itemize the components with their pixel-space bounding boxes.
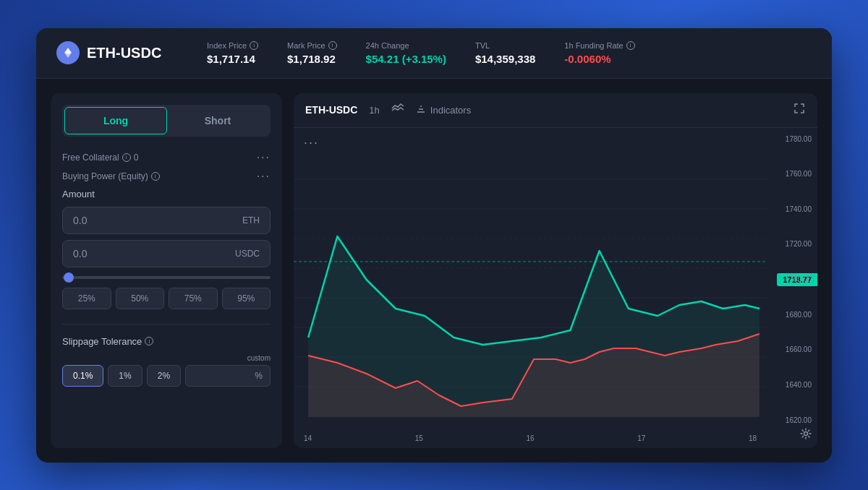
chart-type-icon[interactable]	[391, 103, 404, 116]
usdc-input-wrap: USDC	[62, 240, 271, 267]
chart-settings-icon[interactable]	[800, 428, 812, 442]
x-label-17: 17	[637, 434, 645, 442]
funding-info-icon[interactable]: i	[626, 41, 635, 50]
header-stats: Index Price i $1,717.14 Mark Price i $1,…	[207, 41, 812, 65]
free-collateral-info-icon[interactable]: i	[122, 153, 131, 162]
pct-25-button[interactable]: 25%	[62, 288, 111, 309]
indicators-button[interactable]: Indicators	[416, 105, 471, 116]
x-label-15: 15	[415, 434, 423, 442]
slip-01-button[interactable]: 0.1%	[62, 365, 103, 387]
chart-header: ETH-USDC 1h Indicators	[294, 93, 817, 128]
buying-power-menu[interactable]: ···	[257, 170, 271, 183]
y-label-1760: 1760.00	[773, 170, 812, 178]
slip-2-button[interactable]: 2%	[147, 365, 181, 387]
percent-buttons: 25% 50% 75% 95%	[62, 288, 271, 309]
pct-95-button[interactable]: 95%	[222, 288, 271, 309]
slippage-custom-note: custom	[62, 354, 271, 362]
chart-options-dots[interactable]: ···	[304, 135, 319, 150]
price-chart	[294, 150, 767, 417]
y-label-1720: 1720.00	[773, 240, 812, 248]
free-collateral-value: 0	[134, 152, 139, 163]
mark-price-stat: Mark Price i $1,718.92	[287, 41, 337, 65]
x-label-16: 16	[526, 434, 534, 442]
indicators-label: Indicators	[430, 105, 471, 116]
slip-custom-input[interactable]: %	[185, 365, 271, 387]
svg-point-16	[804, 431, 808, 435]
mark-price-info-icon[interactable]: i	[328, 41, 337, 50]
free-collateral-row: Free Collateral i 0 ···	[62, 151, 271, 164]
index-price-label: Index Price i	[207, 41, 258, 50]
chart-pair: ETH-USDC	[305, 104, 357, 116]
x-axis: 14 15 16 17 18	[294, 431, 817, 448]
slippage-info-icon[interactable]: i	[145, 337, 153, 345]
chart-timeframe[interactable]: 1h	[369, 105, 379, 116]
x-label-14: 14	[304, 434, 312, 442]
eth-currency: ETH	[242, 215, 260, 225]
eth-icon	[56, 41, 80, 64]
pct-50-button[interactable]: 50%	[116, 288, 165, 309]
funding-label: 1h Funding Rate i	[564, 41, 634, 50]
long-button[interactable]: Long	[64, 107, 167, 134]
right-panel: ETH-USDC 1h Indicators	[294, 93, 817, 448]
chart-expand-icon[interactable]	[793, 102, 806, 119]
section-divider	[62, 324, 271, 324]
usdc-currency: USDC	[235, 249, 260, 259]
y-label-1680: 1680.00	[773, 311, 812, 319]
slider-thumb[interactable]	[64, 272, 74, 283]
buying-power-row: Buying Power (Equity) i ···	[62, 170, 271, 183]
buying-power-label: Buying Power (Equity) i	[62, 171, 160, 181]
header: ETH-USDC Index Price i $1,717.14 Mark Pr…	[36, 28, 832, 79]
pct-symbol: %	[255, 371, 263, 381]
y-label-1700: 1700.00	[773, 275, 812, 283]
tvl-label: TVL	[475, 41, 535, 50]
left-panel: Long Short Free Collateral i 0 ··· Buyin…	[51, 93, 282, 448]
pair-name: ETH-USDC	[87, 45, 161, 61]
eth-input-wrap: ETH	[62, 207, 271, 234]
index-price-stat: Index Price i $1,717.14	[207, 41, 258, 65]
change-label: 24h Change	[366, 41, 446, 50]
slip-1-button[interactable]: 1%	[108, 365, 142, 387]
tvl-value: $14,359,338	[475, 53, 535, 65]
usdc-input[interactable]	[73, 248, 235, 259]
main-content: Long Short Free Collateral i 0 ··· Buyin…	[36, 79, 832, 463]
index-price-info-icon[interactable]: i	[250, 41, 258, 50]
slippage-label: Slippage Tolerance i	[62, 336, 271, 347]
eth-input[interactable]	[73, 215, 242, 226]
amount-label: Amount	[62, 189, 271, 199]
pair-info: ETH-USDC	[56, 41, 172, 64]
free-collateral-label: Free Collateral i 0	[62, 152, 138, 163]
change-value: $54.21 (+3.15%)	[366, 53, 446, 65]
y-label-1660: 1660.00	[773, 345, 812, 353]
long-short-toggle: Long Short	[62, 105, 271, 137]
slider-wrap	[62, 276, 271, 279]
change-stat: 24h Change $54.21 (+3.15%)	[366, 41, 446, 65]
y-label-1640: 1640.00	[773, 381, 812, 389]
slider-track[interactable]	[62, 276, 271, 279]
short-button[interactable]: Short	[167, 107, 268, 134]
chart-area: ···	[294, 128, 817, 431]
mark-price-label: Mark Price i	[287, 41, 337, 50]
y-label-1780: 1780.00	[773, 135, 812, 143]
funding-value: -0.0060%	[564, 53, 634, 65]
y-label-1740: 1740.00	[773, 205, 812, 213]
mark-price-value: $1,718.92	[287, 53, 337, 65]
pct-75-button[interactable]: 75%	[169, 288, 218, 309]
slippage-options: 0.1% 1% 2% %	[62, 365, 271, 387]
app-container: ETH-USDC Index Price i $1,717.14 Mark Pr…	[36, 28, 832, 463]
free-collateral-menu[interactable]: ···	[257, 151, 271, 164]
x-label-18: 18	[749, 434, 757, 442]
buying-power-info-icon[interactable]: i	[151, 172, 160, 181]
tvl-stat: TVL $14,359,338	[475, 41, 535, 65]
y-axis: 1780.00 1760.00 1740.00 1720.00 1700.00 …	[767, 128, 817, 431]
funding-stat: 1h Funding Rate i -0.0060%	[564, 41, 634, 65]
index-price-value: $1,717.14	[207, 53, 258, 65]
y-label-1620: 1620.00	[773, 416, 812, 424]
